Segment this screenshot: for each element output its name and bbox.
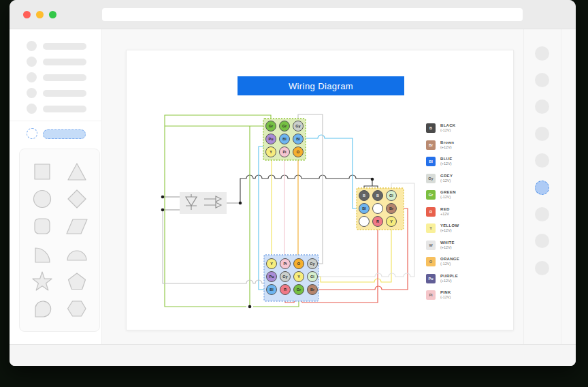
- star-shape-icon: [30, 269, 54, 294]
- legend-color-name: WHITE: [440, 241, 455, 245]
- legend-text: PINK(-12V): [440, 290, 451, 301]
- legend-color-name: Brown: [440, 140, 454, 144]
- shape-pentagon[interactable]: [64, 268, 90, 294]
- shape-hexagon[interactable]: [64, 296, 90, 322]
- optocoupler-icon[interactable]: [180, 192, 227, 214]
- legend-color-name: GREEN: [440, 190, 456, 194]
- desktop-background: Wiring Diagram GrGrGyPuBlBlYPiOBBGlBlBrR…: [0, 0, 588, 387]
- pentagon-shape-icon: [65, 269, 89, 294]
- legend-swatch: Pu: [426, 274, 436, 283]
- legend-swatch: Bl: [426, 157, 436, 166]
- legend-swatch: Gr: [426, 190, 436, 200]
- skeleton-label: [43, 90, 86, 97]
- legend-voltage: (-12V): [440, 129, 456, 133]
- close-button[interactable]: [23, 11, 31, 18]
- legend-entry-yellow[interactable]: YYELLOW(+12V): [426, 223, 459, 234]
- skeleton-avatar: [27, 88, 37, 98]
- shape-square[interactable]: [29, 159, 55, 185]
- rail-item-active[interactable]: [535, 181, 549, 195]
- legend-swatch: R: [426, 207, 436, 217]
- minimize-button[interactable]: [36, 11, 44, 18]
- rail-item[interactable]: [535, 46, 549, 61]
- skeleton-avatar: [27, 41, 37, 51]
- legend-entry-black[interactable]: BBLACK(-12V): [426, 123, 456, 134]
- rail-item[interactable]: [535, 73, 549, 87]
- sidebar-skeleton-row: [10, 88, 102, 99]
- legend-entry-red[interactable]: RRED+12V: [426, 207, 450, 218]
- skeleton-label: [43, 106, 86, 112]
- shapes-palette: [19, 149, 100, 332]
- shape-rounded-square[interactable]: [29, 213, 55, 239]
- pin-label: Bl: [270, 288, 274, 292]
- pin-label: Gl: [310, 275, 314, 279]
- connector-right[interactable]: BBGlBlBrRY: [357, 188, 404, 230]
- shape-teardrop[interactable]: [29, 296, 55, 322]
- legend-entry-orange[interactable]: OORANGE(-12V): [426, 257, 459, 268]
- sidebar-skeleton-row: [10, 72, 102, 83]
- rail-item[interactable]: [535, 153, 549, 168]
- pin-label: Gy: [310, 262, 315, 266]
- shape-quarter-circle[interactable]: [29, 241, 55, 267]
- zoom-button[interactable]: [49, 11, 56, 18]
- pin-label: Pu: [268, 137, 273, 141]
- legend-voltage: +12V: [440, 213, 450, 217]
- skeleton-avatar: [27, 57, 37, 67]
- legend-swatch: Y: [426, 223, 436, 233]
- legend-text: BLACK(-12V): [440, 123, 456, 134]
- pin-label: O: [297, 262, 301, 266]
- pin-label: Y: [297, 275, 300, 279]
- pin-label: B: [376, 194, 379, 198]
- pin-w: [359, 217, 370, 227]
- pin-label: Y: [390, 219, 393, 223]
- rail-item[interactable]: [535, 127, 549, 141]
- pin-label: Bl: [362, 206, 366, 211]
- rail-item[interactable]: [535, 207, 549, 221]
- rounded-square-shape-icon: [30, 214, 54, 238]
- toolbar-field[interactable]: [102, 8, 523, 21]
- connector-bottom[interactable]: YPiOGyPuGyYGlBlRGrBr: [264, 255, 318, 301]
- legend-entry-brown[interactable]: BrBrown(+12V): [426, 140, 454, 151]
- rail-item[interactable]: [535, 261, 549, 275]
- skeleton-label: [43, 59, 86, 65]
- legend-entry-blue[interactable]: BlBLUE(+12V): [426, 157, 453, 168]
- legend-voltage: (-12V): [440, 196, 456, 200]
- legend-swatch: Gy: [426, 174, 436, 183]
- pin-w: [373, 204, 383, 214]
- hexagon-shape-icon: [65, 296, 89, 321]
- pin-label: Pi: [283, 262, 287, 266]
- pin-label: Gr: [282, 124, 287, 128]
- legend-entry-purple[interactable]: PuPURPLE(+12V): [426, 274, 458, 285]
- square-shape-icon: [30, 159, 54, 184]
- legend-entry-pink[interactable]: PiPINK(-12V): [426, 290, 451, 301]
- shape-circle[interactable]: [29, 186, 55, 212]
- legend-swatch: Pi: [426, 290, 436, 300]
- skeleton-label: [43, 43, 86, 50]
- legend-text: ORANGE(-12V): [440, 257, 459, 268]
- sidebar-skeleton-row: [10, 57, 102, 67]
- legend-entry-white[interactable]: WWHITE(+12V): [426, 241, 455, 251]
- legend-voltage: (+12V): [440, 229, 459, 233]
- legend-color-name: BLACK: [440, 123, 456, 127]
- shape-diamond[interactable]: [64, 186, 90, 212]
- shape-star[interactable]: [29, 268, 55, 294]
- junction-dot: [239, 202, 242, 205]
- legend-entry-green[interactable]: GrGREEN(-12V): [426, 190, 456, 201]
- wiring-diagram-drawing: GrGrGyPuBlBlYPiOBBGlBlBrRYYPiOGyPuGyYGlB…: [127, 50, 514, 331]
- shape-parallelogram[interactable]: [64, 213, 90, 239]
- pin-label: Br: [389, 206, 394, 211]
- skeleton-avatar: [27, 72, 37, 82]
- app-window: Wiring Diagram GrGrGyPuBlBlYPiOBBGlBlBrR…: [10, 0, 576, 366]
- shape-semicircle[interactable]: [64, 241, 90, 267]
- legend-voltage: (-12V): [440, 179, 453, 183]
- legend-color-name: YELLOW: [440, 223, 459, 228]
- shape-triangle[interactable]: [64, 159, 90, 185]
- legend-color-name: PURPLE: [440, 274, 458, 278]
- sidebar-selected-item[interactable]: [10, 128, 102, 140]
- legend-entry-grey[interactable]: GyGREY(-12V): [426, 174, 453, 185]
- parallelogram-shape-icon: [65, 214, 89, 238]
- circle-shape-icon: [30, 187, 54, 211]
- status-bar: [10, 344, 576, 366]
- skeleton-avatar: [27, 104, 37, 114]
- legend-text: RED+12V: [440, 207, 450, 218]
- connector-top[interactable]: GrGrGyPuBlBlYPiO: [263, 119, 306, 160]
